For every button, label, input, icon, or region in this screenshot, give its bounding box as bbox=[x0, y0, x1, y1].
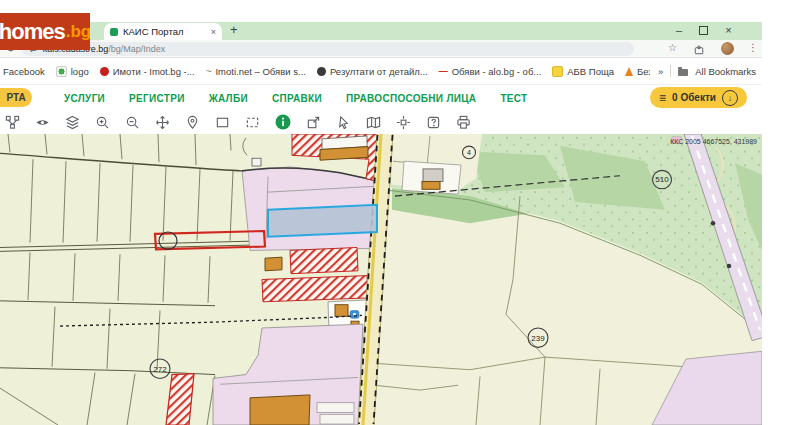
cadastre-map[interactable]: 510 4 239 272 ККС 2005 4667525, 431989 bbox=[0, 134, 762, 425]
bookmark-item[interactable]: АБВ Поща bbox=[552, 66, 614, 77]
coordinates-readout: ККС 2005 4667525, 431989 bbox=[670, 138, 757, 145]
zoom-out-icon[interactable] bbox=[125, 115, 140, 130]
url-row: ↻ ⇄ kais.cadastre.bg /bg/Map/Index ☆ ⋮ bbox=[0, 40, 762, 58]
select-rectangle-icon[interactable] bbox=[215, 115, 230, 130]
bookmarks-bar: Facebook logo Имоти - Imot.bg -... ~Imot… bbox=[0, 58, 762, 84]
nav-item-pravosposobni[interactable]: ПРАВОСПОСОБНИ ЛИЦА bbox=[346, 93, 476, 104]
window-close-button[interactable]: × bbox=[725, 25, 731, 36]
address-bar[interactable]: ⇄ kais.cadastre.bg /bg/Map/Index bbox=[22, 42, 634, 56]
map-sheets-icon[interactable] bbox=[366, 115, 381, 130]
extent-icon[interactable] bbox=[245, 115, 260, 130]
browser-tab[interactable]: КАИС Портал × bbox=[104, 23, 222, 40]
nav-item-test[interactable]: ТЕСТ bbox=[500, 93, 527, 104]
help-note-icon[interactable] bbox=[426, 115, 441, 130]
tab-title: КАИС Портал bbox=[123, 26, 207, 37]
bookmarks-overflow-chevron[interactable]: » bbox=[658, 66, 663, 77]
nav-item-zhalbi[interactable]: ЖАЛБИ bbox=[209, 93, 248, 104]
globe-icon bbox=[317, 67, 326, 76]
parcel-label-4: 4 bbox=[467, 149, 471, 156]
new-tab-button[interactable]: + bbox=[230, 22, 238, 37]
window-maximize-button[interactable] bbox=[699, 26, 708, 35]
zoom-in-icon[interactable] bbox=[95, 115, 110, 130]
nav-item-karta-active[interactable]: РТА bbox=[0, 88, 32, 107]
bookmark-item[interactable]: —Обяви - alo.bg - об... bbox=[439, 66, 542, 77]
portal-nav: РТА УСЛУГИ РЕГИСТРИ ЖАЛБИ СПРАВКИ ПРАВОС… bbox=[0, 84, 762, 111]
tab-close-icon[interactable]: × bbox=[211, 27, 216, 37]
map-area: 510 4 239 272 ККС 2005 4667525, 431989 bbox=[0, 134, 762, 425]
selected-parcel[interactable] bbox=[268, 205, 377, 237]
bookmark-item[interactable]: Резултати от детайл... bbox=[317, 66, 428, 77]
objects-count-label: 0 Обекти bbox=[672, 92, 716, 103]
mail-icon bbox=[552, 66, 563, 77]
red-circle-icon bbox=[100, 67, 109, 76]
layers-icon[interactable] bbox=[65, 115, 80, 130]
flame-icon bbox=[625, 67, 633, 76]
browser-window: homes .bg КАИС Портал × + – × ↻ ⇄ kais.c… bbox=[0, 0, 762, 425]
browser-menu-icon[interactable]: ⋮ bbox=[748, 42, 758, 53]
locate-pin-icon[interactable] bbox=[185, 115, 200, 130]
pan-icon[interactable] bbox=[155, 115, 170, 130]
parcel-label-239: 239 bbox=[531, 334, 544, 343]
legend-icon[interactable] bbox=[5, 115, 20, 130]
url-path: /bg/Map/Index bbox=[108, 44, 165, 54]
map-toolbar bbox=[0, 110, 762, 134]
collapse-arrow-icon: ↓ bbox=[722, 90, 738, 106]
objects-button[interactable]: ≡ 0 Обекти ↓ bbox=[650, 87, 747, 108]
all-bookmarks-button[interactable]: All Bookmarks bbox=[695, 66, 756, 77]
identify-info-icon[interactable] bbox=[275, 114, 291, 130]
bookmark-star-icon[interactable]: ☆ bbox=[668, 42, 677, 53]
window-minimize-button[interactable]: – bbox=[676, 25, 682, 36]
print-icon[interactable] bbox=[456, 115, 471, 130]
bookmark-item[interactable]: ~Imoti.net – Обяви s... bbox=[206, 66, 306, 77]
pointer-icon[interactable] bbox=[336, 115, 351, 130]
tab-favicon-icon bbox=[110, 28, 118, 36]
export-icon[interactable] bbox=[306, 115, 321, 130]
green-dot-icon bbox=[56, 66, 67, 77]
hamburger-icon: ≡ bbox=[659, 92, 666, 104]
folder-icon bbox=[678, 69, 688, 76]
logo-text: homes bbox=[0, 19, 65, 45]
nav-item-spravki[interactable]: СПРАВКИ bbox=[272, 93, 322, 104]
nav-item-registri[interactable]: РЕГИСТРИ bbox=[129, 93, 185, 104]
bookmark-item[interactable]: Facebook bbox=[3, 66, 45, 77]
parcel-label-272: 272 bbox=[153, 365, 166, 374]
logo-suffix: .bg bbox=[66, 22, 92, 42]
red-dash-icon: — bbox=[439, 67, 448, 76]
bookmark-item[interactable]: Имоти - Imot.bg -... bbox=[100, 66, 195, 77]
wave-icon: ~ bbox=[206, 67, 212, 76]
profile-avatar[interactable] bbox=[721, 42, 734, 55]
visibility-icon[interactable] bbox=[35, 115, 50, 130]
homes-bg-logo: homes .bg bbox=[0, 13, 90, 50]
nav-item-uslugi[interactable]: УСЛУГИ bbox=[64, 93, 105, 104]
parcel-label-510: 510 bbox=[655, 176, 669, 185]
transform-icon[interactable] bbox=[396, 115, 411, 130]
bookmark-item[interactable]: logo bbox=[56, 66, 89, 77]
divider bbox=[670, 65, 671, 77]
